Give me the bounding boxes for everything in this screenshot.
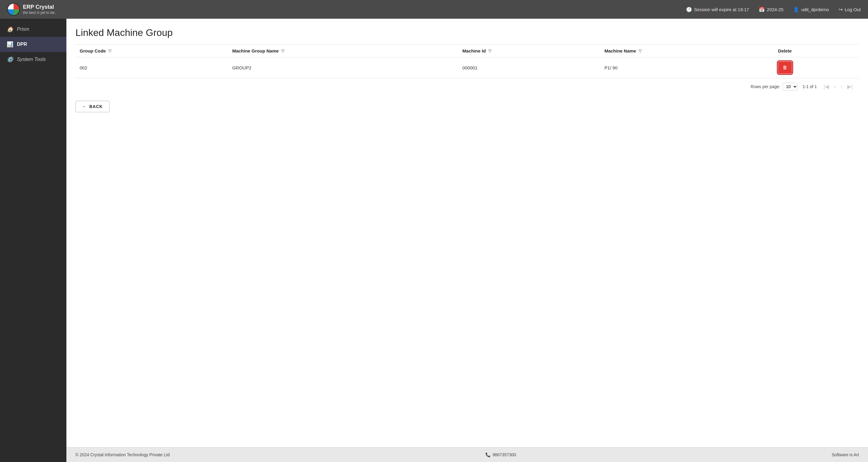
back-arrow-icon: ← — [83, 104, 87, 109]
rows-per-page: Rows per page: 10 25 50 — [751, 83, 798, 91]
cell-machine-name: P1/ 90 — [600, 57, 774, 78]
main-content: Linked Machine Group Group Code ▽ Machin — [66, 19, 868, 462]
logo-icon — [7, 3, 20, 16]
table-header-row: Group Code ▽ Machine Group Name ▽ — [75, 45, 859, 57]
sidebar-item-prism[interactable]: 🏠 Prism — [0, 22, 66, 37]
first-page-button[interactable]: |◀ — [822, 82, 831, 91]
calendar-icon: 📅 — [759, 7, 765, 12]
footer-phone: 📞 9867357300 — [485, 452, 516, 457]
page-title: Linked Machine Group — [75, 27, 859, 38]
cell-machine-id: 000001 — [458, 57, 600, 78]
logo-text: ERP Crystal the best is yet to be.. — [23, 4, 56, 15]
phone-number: 9867357300 — [493, 452, 516, 457]
col-header-group-code: Group Code ▽ — [75, 45, 228, 57]
user-info: 👤 udit_dprdemo — [793, 7, 829, 12]
footer-tagline: Software is Art — [832, 452, 859, 457]
session-text: Session will expire at 19:17 — [694, 7, 749, 12]
rows-per-page-label: Rows per page: — [751, 84, 780, 89]
pagination-nav: |◀ ‹ › ▶| — [822, 82, 855, 91]
col-header-machine-id: Machine Id ▽ — [458, 45, 600, 57]
filter-icon-machine-id[interactable]: ▽ — [488, 49, 491, 53]
gear-icon: ⚙️ — [7, 56, 13, 63]
year-text: 2024-25 — [767, 7, 783, 12]
cell-delete: 🗑 — [774, 57, 859, 78]
filter-icon-machine-name[interactable]: ▽ — [639, 49, 642, 53]
footer: © 2024 Crystal Information Technology Pr… — [66, 447, 868, 462]
logout-button[interactable]: ↪ Log Out — [839, 7, 861, 12]
sidebar: 🏠 Prism 📊 DPR ⚙️ System Tools — [0, 19, 66, 462]
app-title: ERP Crystal — [23, 4, 56, 10]
cell-machine-group-name: GROUP2 — [228, 57, 458, 78]
footer-copyright: © 2024 Crystal Information Technology Pr… — [75, 452, 169, 457]
col-header-machine-name: Machine Name ▽ — [600, 45, 774, 57]
year-info: 📅 2024-25 — [759, 7, 783, 12]
header-meta: 🕐 Session will expire at 19:17 📅 2024-25… — [686, 7, 861, 12]
sidebar-label-dpr: DPR — [17, 42, 27, 47]
session-info: 🕐 Session will expire at 19:17 — [686, 7, 749, 12]
sidebar-item-dpr[interactable]: 📊 DPR — [0, 37, 66, 52]
phone-icon: 📞 — [485, 452, 490, 457]
back-button[interactable]: ← BACK — [75, 101, 110, 112]
delete-button[interactable]: 🗑 — [778, 62, 792, 74]
sidebar-label-prism: Prism — [17, 27, 29, 32]
page-content: Linked Machine Group Group Code ▽ Machin — [66, 19, 868, 447]
last-page-button[interactable]: ▶| — [845, 82, 855, 91]
table-row: 002 GROUP2 000001 P1/ 90 🗑 — [75, 57, 859, 78]
header: ERP Crystal the best is yet to be.. 🕐 Se… — [0, 0, 868, 19]
logout-icon: ↪ — [839, 7, 843, 12]
logout-label: Log Out — [845, 7, 861, 12]
filter-icon-group-code[interactable]: ▽ — [108, 49, 112, 53]
rows-per-page-select[interactable]: 10 25 50 — [783, 83, 798, 91]
username-text: udit_dprdemo — [801, 7, 829, 12]
page-info: 1-1 of 1 — [803, 84, 817, 89]
pagination: Rows per page: 10 25 50 1-1 of 1 |◀ ‹ › … — [75, 78, 859, 95]
app-subtitle: the best is yet to be.. — [23, 10, 56, 15]
layout: 🏠 Prism 📊 DPR ⚙️ System Tools Linked Mac… — [0, 19, 868, 462]
clock-icon: 🕐 — [686, 7, 692, 12]
user-icon: 👤 — [793, 7, 799, 12]
home-icon: 🏠 — [7, 26, 13, 33]
sidebar-label-system-tools: System Tools — [17, 57, 45, 62]
linked-machine-group-table: Group Code ▽ Machine Group Name ▽ — [75, 44, 859, 78]
sidebar-item-system-tools[interactable]: ⚙️ System Tools — [0, 52, 66, 67]
chart-icon: 📊 — [7, 41, 13, 48]
filter-icon-machine-group-name[interactable]: ▽ — [281, 49, 284, 53]
col-header-machine-group-name: Machine Group Name ▽ — [228, 45, 458, 57]
next-page-button[interactable]: › — [839, 82, 844, 91]
cell-group-code: 002 — [75, 57, 228, 78]
col-header-delete: Delete — [774, 45, 859, 57]
prev-page-button[interactable]: ‹ — [832, 82, 838, 91]
app-logo: ERP Crystal the best is yet to be.. — [7, 3, 56, 16]
back-label: BACK — [89, 104, 103, 109]
